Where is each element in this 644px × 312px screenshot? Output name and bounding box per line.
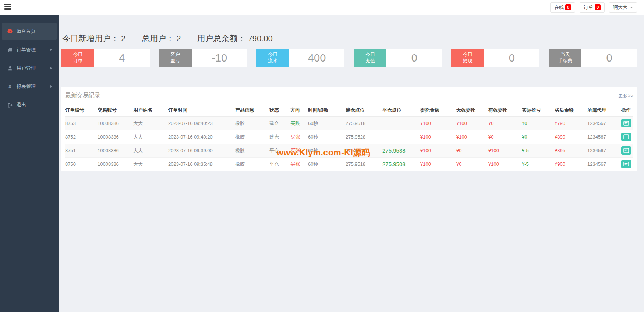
table-cell: 275.9518 bbox=[346, 157, 382, 171]
table-cell: 1234567 bbox=[587, 116, 621, 130]
column-header: 操作 bbox=[621, 104, 633, 116]
order-detail-button[interactable] bbox=[621, 146, 631, 155]
table-cell: 10008386 bbox=[98, 130, 133, 144]
order-detail-button[interactable] bbox=[621, 133, 631, 141]
sidebar-item-label: 用户管理 bbox=[17, 65, 36, 71]
table-cell: 买跌 bbox=[290, 116, 308, 130]
card-label: 今日订单 bbox=[61, 49, 94, 67]
table-cell: 建仓 bbox=[269, 116, 290, 130]
column-header: 订单编号 bbox=[65, 104, 98, 116]
column-header: 交易账号 bbox=[98, 104, 133, 116]
table-cell: 1234567 bbox=[587, 144, 621, 157]
card-value: -10 bbox=[192, 49, 247, 67]
dashboard-gauge-icon bbox=[7, 28, 13, 34]
table-cell: 买张 bbox=[290, 144, 308, 157]
table-cell bbox=[621, 130, 633, 144]
table-cell: 8750 bbox=[65, 157, 98, 171]
logout-icon bbox=[7, 102, 13, 108]
sidebar-item-report-management[interactable]: ¥ 报表管理 bbox=[2, 78, 57, 95]
table-cell: ¥895 bbox=[555, 144, 587, 157]
table-cell: 8752 bbox=[65, 130, 98, 144]
table-row: 875310008386大大2023-07-16 09:40:23橡胶建仓买跌6… bbox=[65, 116, 633, 130]
user-icon bbox=[7, 65, 13, 71]
order-detail-button[interactable] bbox=[621, 160, 631, 168]
stat-total-users: 总用户：2 bbox=[142, 33, 181, 44]
column-header: 平仓点位 bbox=[382, 104, 420, 116]
table-cell: 10008386 bbox=[98, 116, 133, 130]
column-header: 时间/点数 bbox=[308, 104, 346, 116]
table-cell: 10008386 bbox=[98, 157, 133, 171]
user-menu-button[interactable]: 啊大大 bbox=[609, 2, 637, 13]
table-cell: 平仓 bbox=[269, 144, 290, 157]
card-customer-pnl: 客户盈亏 -10 bbox=[159, 49, 247, 67]
table-cell bbox=[621, 116, 633, 130]
main-content: 今日新增用户：2 总用户：2 用户总余额：790.00 今日订单 4 客户盈亏 … bbox=[59, 15, 644, 312]
table-cell: ¥-5 bbox=[522, 157, 555, 171]
online-label: 在线 bbox=[554, 4, 564, 11]
column-header: 产品信息 bbox=[235, 104, 269, 116]
table-cell bbox=[621, 144, 633, 157]
column-header: 无效委托 bbox=[456, 104, 488, 116]
card-value: 400 bbox=[289, 49, 345, 67]
table-cell: 建仓 bbox=[269, 130, 290, 144]
table-cell: 橡胶 bbox=[235, 157, 269, 171]
card-label: 今日流水 bbox=[256, 49, 289, 67]
card-today-withdrawal: 今日提现 0 bbox=[451, 49, 539, 67]
sidebar-item-user-management[interactable]: 用户管理 bbox=[2, 60, 57, 77]
table-cell: 8751 bbox=[65, 144, 98, 157]
orders-label: 订单 bbox=[584, 4, 593, 11]
online-users-button[interactable]: 在线 0 bbox=[550, 2, 575, 13]
sidebar-item-logout[interactable]: 退出 bbox=[2, 97, 57, 113]
navbar-right-group: 在线 0 订单 0 啊大大 bbox=[550, 2, 637, 13]
table-cell: ¥0 bbox=[456, 157, 488, 171]
sidebar-item-label: 后台首页 bbox=[17, 28, 36, 35]
panel-header: 最新交易记录 更多>> bbox=[65, 87, 633, 104]
column-header: 有效委托 bbox=[488, 104, 522, 116]
table-cell: ¥100 bbox=[488, 157, 522, 171]
order-count-button[interactable]: 订单 0 bbox=[580, 2, 605, 13]
chevron-right-icon bbox=[50, 67, 52, 70]
transactions-tbody: 875310008386大大2023-07-16 09:40:23橡胶建仓买跌6… bbox=[65, 116, 633, 171]
table-cell: ¥100 bbox=[456, 116, 488, 130]
table-cell: ¥100 bbox=[488, 144, 522, 157]
panel-title: 最新交易记录 bbox=[65, 92, 100, 99]
hamburger-menu-button[interactable] bbox=[4, 4, 13, 11]
column-header: 买后余额 bbox=[555, 104, 587, 116]
summary-stats: 今日新增用户：2 总用户：2 用户总余额：790.00 bbox=[62, 33, 289, 44]
column-header: 方向 bbox=[290, 104, 308, 116]
card-label: 客户盈亏 bbox=[159, 49, 192, 67]
table-cell: ¥790 bbox=[555, 116, 587, 130]
sidebar-item-label: 订单管理 bbox=[17, 46, 36, 53]
transactions-table: 订单编号 交易账号 用户姓名 订单时间 产品信息 状态 方向 时间/点数 建仓点… bbox=[65, 104, 633, 171]
order-detail-button[interactable] bbox=[621, 119, 631, 127]
column-header: 实际盈亏 bbox=[522, 104, 555, 116]
table-cell: ¥0 bbox=[522, 116, 555, 130]
table-cell: 8753 bbox=[65, 116, 98, 130]
table-cell: 橡胶 bbox=[235, 130, 269, 144]
online-count-badge: 0 bbox=[565, 4, 571, 10]
table-cell: 60秒 bbox=[308, 144, 346, 157]
table-cell: 平仓 bbox=[269, 157, 290, 171]
table-cell: 275.9518 bbox=[346, 116, 382, 130]
sidebar-item-home[interactable]: 后台首页 bbox=[2, 23, 57, 40]
stat-label: 今日新增用户： bbox=[62, 34, 119, 43]
column-header: 所属代理 bbox=[587, 104, 621, 116]
table-cell: 橡胶 bbox=[235, 144, 269, 157]
table-cell: 275.9548 bbox=[346, 144, 382, 157]
table-cell: 275.9528 bbox=[346, 130, 382, 144]
detail-list-icon bbox=[623, 121, 629, 126]
yen-icon: ¥ bbox=[7, 84, 13, 90]
hamburger-icon bbox=[4, 4, 11, 5]
sidebar-item-order-management[interactable]: 订单管理 bbox=[2, 41, 57, 58]
table-cell: 1234567 bbox=[587, 130, 621, 144]
top-navbar: 在线 0 订单 0 啊大大 bbox=[0, 0, 644, 15]
table-cell: ¥100 bbox=[420, 157, 456, 171]
sidebar-item-label: 退出 bbox=[17, 102, 26, 108]
stat-label: 用户总余额： bbox=[197, 34, 246, 43]
table-cell: 60秒 bbox=[308, 130, 346, 144]
detail-list-icon bbox=[623, 134, 629, 139]
orders-copy-icon bbox=[7, 47, 13, 53]
table-cell: ¥-5 bbox=[522, 144, 555, 157]
more-link[interactable]: 更多>> bbox=[618, 92, 633, 99]
column-header: 委托金额 bbox=[420, 104, 456, 116]
